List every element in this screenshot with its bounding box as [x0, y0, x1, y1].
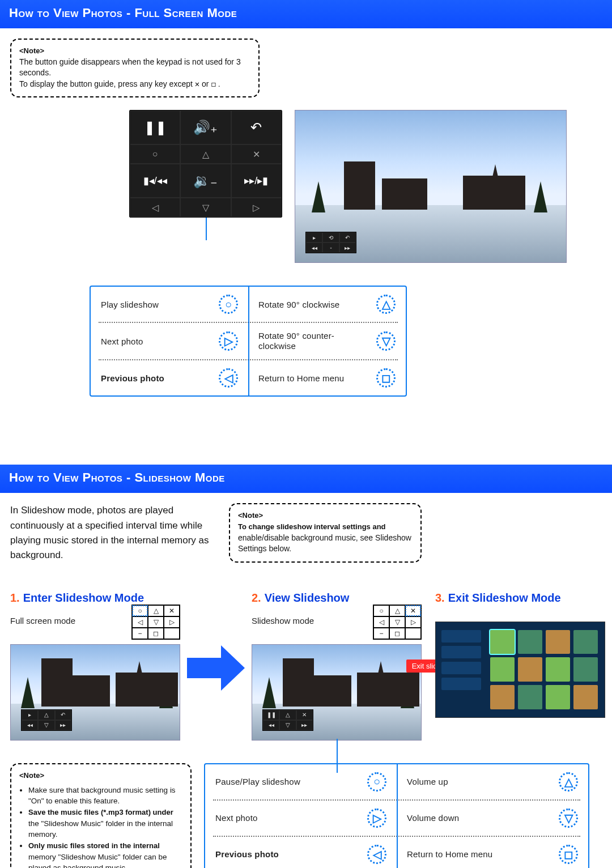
note-box-1: <Note> The button guide disappears when …: [10, 39, 260, 97]
down-key-icon: ▽: [180, 198, 231, 217]
step1-title: 1.Enter Slideshow Mode: [10, 592, 180, 605]
note-box-2: <Note> To change slideshow interval sett…: [229, 503, 422, 562]
note3-bullet: Make sure that background music setting …: [28, 785, 182, 807]
step3-thumbnail-grid: [435, 622, 605, 718]
overlay-keypad: ▸⟲↶ ◂◂◦▸▸: [305, 232, 356, 253]
legend-item: Rotate 90° counter-clockwise: [258, 331, 369, 351]
step2-photo: ❚❚△✕ ◂◂▽▸▸: [252, 644, 422, 741]
pause-icon: ❚❚: [130, 110, 180, 144]
prev-track-icon: ▮◂/◂◂: [130, 164, 180, 198]
mini-keypad-2: ○△✕ ◁▽▷ −◻: [373, 605, 422, 640]
section-title-fullscreen: How to View Photos - Full Screen Mode: [0, 0, 612, 28]
step2-sub: Slideshow mode: [252, 616, 314, 626]
note-box-3: <Note> Make sure that background music s…: [10, 763, 192, 868]
x-icon: ✕: [195, 79, 199, 88]
circle-key-icon: ○: [367, 772, 386, 792]
circle-key-icon: ○: [219, 295, 238, 314]
keypad-large: ❚❚ 🔊₊ ↶ ○ △ ✕ ▮◂/◂◂ 🔉₋ ▸▸/▸▮ ◁ ▽ ▷: [129, 110, 282, 218]
step1-sub: Full screen mode: [10, 616, 75, 626]
note3-bullet: Only music files stored in the internal …: [28, 840, 182, 868]
next-track-icon: ▸▸/▸▮: [231, 164, 282, 198]
arrow-icon: [187, 643, 245, 693]
mini-keypad-1: ○△✕ ◁▽▷ −◻: [131, 605, 180, 640]
left-key-icon: ◁: [367, 845, 386, 864]
left-key-icon: ◁: [219, 368, 238, 388]
legend-item: Rotate 90° clockwise: [258, 300, 369, 309]
left-key-icon: ◁: [130, 198, 180, 217]
right-key-icon: ▷: [231, 198, 282, 217]
square-key-icon: ◻: [376, 368, 396, 388]
undo-icon: ↶: [231, 110, 282, 144]
legend-item: Previous photo: [215, 849, 360, 859]
note1-line1: The button guide disappears when the key…: [19, 57, 241, 78]
section-title-slideshow: How to View Photos - Slideshow Mode: [0, 465, 612, 493]
up-key-icon: △: [180, 144, 231, 164]
right-key-icon: ▷: [219, 331, 238, 351]
legend-item: Pause/Play slideshow: [215, 777, 360, 786]
up-key-icon: △: [559, 772, 578, 792]
note3-heading: <Note>: [19, 771, 44, 780]
square-key-icon: ◻: [559, 845, 578, 864]
legend-item: Volume down: [407, 813, 552, 823]
step3-title: 3.Exit Slideshow Mode: [435, 592, 605, 605]
note3-bullet: Save the music files (*.mp3 format) unde…: [28, 807, 182, 840]
note2-line1: To change slideshow interval settings an…: [238, 522, 386, 531]
legend-item: Next photo: [215, 813, 360, 823]
legend-item: Return to Home menu: [407, 849, 552, 859]
note1-line2b: or: [202, 79, 211, 88]
slideshow-intro: In Slideshow mode, photos are played con…: [10, 503, 214, 563]
step2-title: 2.View Slideshow: [252, 592, 422, 605]
legend-item: Play slideshow: [101, 300, 212, 309]
legend-fullscreen: Play slideshow○ Rotate 90° clockwise△ Ne…: [90, 286, 407, 397]
legend-item: Volume up: [407, 777, 552, 786]
circle-key-icon: ○: [130, 144, 180, 164]
up-key-icon: △: [376, 295, 396, 314]
overlay-keypad: ❚❚△✕ ◂◂▽▸▸: [262, 709, 313, 731]
note1-line2a: To display the button guide, press any k…: [19, 79, 195, 88]
step1-photo: ▸△↶ ◂◂▽▸▸: [10, 644, 180, 741]
down-key-icon: ▽: [376, 331, 396, 351]
note1-line2c: .: [218, 79, 220, 88]
volume-up-icon: 🔊₊: [180, 110, 231, 144]
note1-heading: <Note>: [19, 46, 44, 55]
legend-item: Previous photo: [101, 373, 212, 383]
note2-line2: enable/disable background music, see Sli…: [238, 533, 411, 554]
overlay-keypad: ▸△↶ ◂◂▽▸▸: [21, 709, 72, 731]
note2-heading: <Note>: [238, 511, 263, 520]
right-key-icon: ▷: [367, 809, 386, 828]
down-key-icon: ▽: [559, 809, 578, 828]
x-key-icon: ✕: [231, 144, 282, 164]
square-icon: ◻: [211, 79, 215, 88]
legend-slideshow: Pause/Play slideshow○ Volume up△ Next ph…: [204, 763, 589, 868]
sample-photo-large: ▸⟲↶ ◂◂◦▸▸: [295, 110, 567, 263]
volume-down-icon: 🔉₋: [180, 164, 231, 198]
legend-item: Next photo: [101, 337, 212, 346]
legend-item: Return to Home menu: [258, 373, 369, 383]
